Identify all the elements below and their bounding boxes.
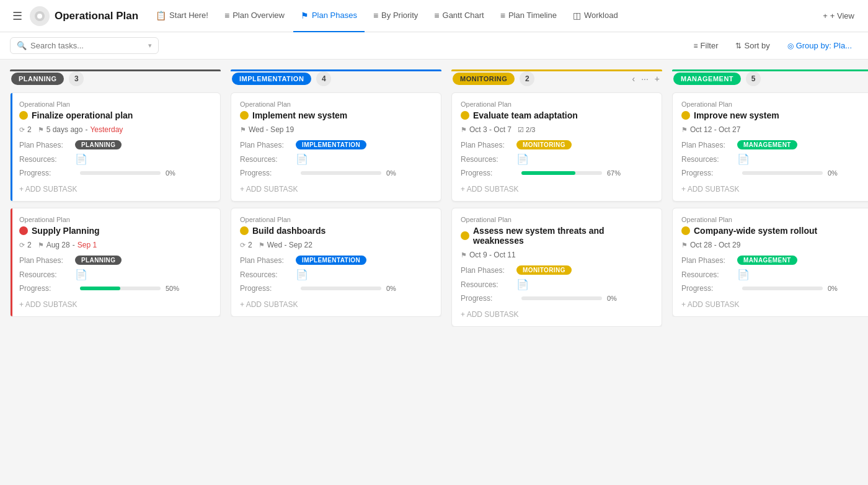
progress-label: Progress: [681, 169, 737, 177]
card-phase-row: Plan Phases: MONITORING [461, 140, 653, 149]
phase-label: Plan Phases: [240, 256, 296, 265]
page-title: Operational Plan [55, 10, 138, 22]
card-title-row: Finalize operational plan [19, 110, 211, 120]
app-logo [30, 6, 50, 26]
card-meta: ⚑Oct 28 - Oct 29 [681, 241, 868, 249]
progress-pct: 0% [386, 169, 396, 177]
add-view-button[interactable]: + + View [817, 7, 861, 24]
filter-button[interactable]: ≡ Filter [688, 38, 725, 53]
card-flag: ⚑Oct 12 - Oct 27 [681, 125, 740, 134]
col-add-btn[interactable]: + [653, 73, 661, 85]
card-date1: Oct 3 - Oct 7 [469, 125, 512, 134]
task-card-card-7[interactable]: Operational Plan Improve new system ⚑Oct… [672, 92, 868, 202]
card-meta: ⟳2⚑5 days ago - Yesterday [19, 125, 211, 134]
progress-bar-fill [80, 287, 120, 290]
phase-badge: MANAGEMENT [737, 256, 797, 265]
phase-label: Plan Phases: [681, 256, 737, 265]
card-count: ⟳2 [19, 125, 32, 134]
resources-label: Resources: [240, 270, 296, 279]
column-badge-management: MANAGEMENT [673, 73, 741, 85]
card-project: Operational Plan [19, 216, 211, 223]
resources-label: Resources: [19, 270, 75, 279]
hamburger-icon[interactable]: ☰ [7, 7, 27, 25]
nav-tab-plan-phases[interactable]: ⚑Plan Phases [293, 0, 365, 32]
card-meta: ⚑Wed - Sep 19 [240, 125, 432, 134]
sort-by-button[interactable]: ⇅ Sort by [729, 38, 776, 53]
document-icon: 📄 [75, 269, 87, 280]
add-subtask-button[interactable]: + ADD SUBTASK [240, 181, 432, 195]
card-project: Operational Plan [681, 216, 868, 223]
card-title: Company-wide system rollout [694, 226, 817, 236]
card-title: Supply Planning [32, 226, 100, 236]
task-card-card-8[interactable]: Operational Plan Company-wide system rol… [672, 208, 868, 317]
nav-tab-gantt-chart[interactable]: ≡Gantt Chart [427, 0, 491, 32]
column-header-monitoring: MONITORING2 ‹ ··· + [451, 71, 662, 86]
search-box[interactable]: 🔍 ▾ [10, 37, 159, 54]
resources-label: Resources: [19, 155, 75, 164]
nav-tab-workload[interactable]: ◫Workload [565, 0, 626, 32]
flag-icon: ⚑ [461, 126, 467, 134]
cards-list-implementation: Operational Plan Implement new system ⚑W… [231, 92, 441, 317]
add-subtask-button[interactable]: + ADD SUBTASK [19, 296, 211, 310]
card-title-row: Evaluate team adaptation [461, 110, 653, 120]
add-subtask-button[interactable]: + ADD SUBTASK [461, 181, 653, 195]
card-meta: ⚑Oct 12 - Oct 27 [681, 125, 868, 134]
progress-bar-bg [742, 171, 823, 175]
nav-tab-start-here[interactable]: 📋Start Here! [148, 0, 216, 32]
document-icon: 📄 [516, 153, 529, 165]
progress-bar-bg [80, 287, 161, 290]
task-card-card-2[interactable]: Operational Plan Supply Planning ⟳2⚑Aug … [10, 208, 221, 317]
card-date2: Sep 1 [78, 241, 97, 249]
card-date1: Oct 9 - Oct 11 [469, 251, 516, 259]
nav-tabs: 📋Start Here!≡Plan Overview⚑Plan Phases≡B… [148, 0, 814, 32]
document-icon: 📄 [737, 153, 750, 165]
document-icon: 📄 [737, 269, 750, 280]
progress-label: Progress: [19, 169, 75, 177]
column-count-management: 5 [746, 71, 761, 86]
task-card-card-5[interactable]: Operational Plan Evaluate team adaptatio… [451, 92, 662, 202]
col-more-btn[interactable]: ··· [640, 73, 650, 85]
task-card-card-3[interactable]: Operational Plan Implement new system ⚑W… [231, 92, 441, 202]
card-project: Operational Plan [681, 100, 868, 108]
phase-label: Plan Phases: [19, 141, 75, 149]
nav-tab-by-priority[interactable]: ≡By Priority [366, 0, 425, 32]
card-project: Operational Plan [19, 100, 211, 108]
search-input[interactable] [30, 41, 136, 50]
card-resources-row: Resources: 📄 [681, 269, 868, 280]
card-resources-row: Resources: 📄 [461, 278, 653, 290]
task-card-card-4[interactable]: Operational Plan Build dashboards ⟳2⚑Wed… [231, 208, 441, 317]
task-card-card-6[interactable]: Operational Plan Assess new system threa… [451, 208, 662, 327]
tab-icon-plan-overview: ≡ [224, 11, 229, 20]
add-subtask-button[interactable]: + ADD SUBTASK [240, 296, 432, 310]
link-icon: ⟳ [240, 241, 246, 249]
add-subtask-button[interactable]: + ADD SUBTASK [681, 181, 868, 195]
progress-label: Progress: [19, 284, 75, 293]
column-badge-implementation: IMPLEMENTATION [232, 73, 311, 85]
status-dot [19, 226, 28, 235]
chevron-down-icon: ▾ [148, 42, 152, 50]
plus-icon: + [823, 11, 828, 20]
add-subtask-button[interactable]: + ADD SUBTASK [461, 306, 653, 320]
cards-list-monitoring: Operational Plan Evaluate team adaptatio… [451, 92, 662, 327]
card-resources-row: Resources: 📄 [681, 153, 868, 165]
group-by-button[interactable]: ◎ Group by: Pla... [781, 38, 858, 53]
column-management: MANAGEMENT5 Operational Plan Improve new… [672, 69, 868, 485]
nav-tab-plan-timeline[interactable]: ≡Plan Timeline [493, 0, 564, 32]
card-progress-row: Progress: 0% [240, 169, 432, 177]
add-subtask-button[interactable]: + ADD SUBTASK [681, 296, 868, 310]
card-title-row: Build dashboards [240, 226, 432, 236]
status-dot [461, 111, 469, 120]
link-icon: ⟳ [19, 241, 25, 249]
card-phase-row: Plan Phases: IMPLEMENTATION [240, 140, 432, 149]
card-count: ⟳2 [19, 241, 32, 249]
card-resources-row: Resources: 📄 [19, 153, 211, 165]
column-implementation: IMPLEMENTATION4 Operational Plan Impleme… [231, 69, 441, 485]
col-back-btn[interactable]: ‹ [631, 73, 636, 85]
card-meta: ⟳2⚑Aug 28 - Sep 1 [19, 241, 211, 249]
task-card-card-1[interactable]: Operational Plan Finalize operational pl… [10, 92, 221, 202]
filter-icon: ≡ [694, 42, 698, 50]
phase-badge: MANAGEMENT [737, 140, 797, 149]
add-subtask-button[interactable]: + ADD SUBTASK [19, 181, 211, 195]
progress-pct: 0% [828, 285, 838, 292]
nav-tab-plan-overview[interactable]: ≡Plan Overview [217, 0, 292, 32]
